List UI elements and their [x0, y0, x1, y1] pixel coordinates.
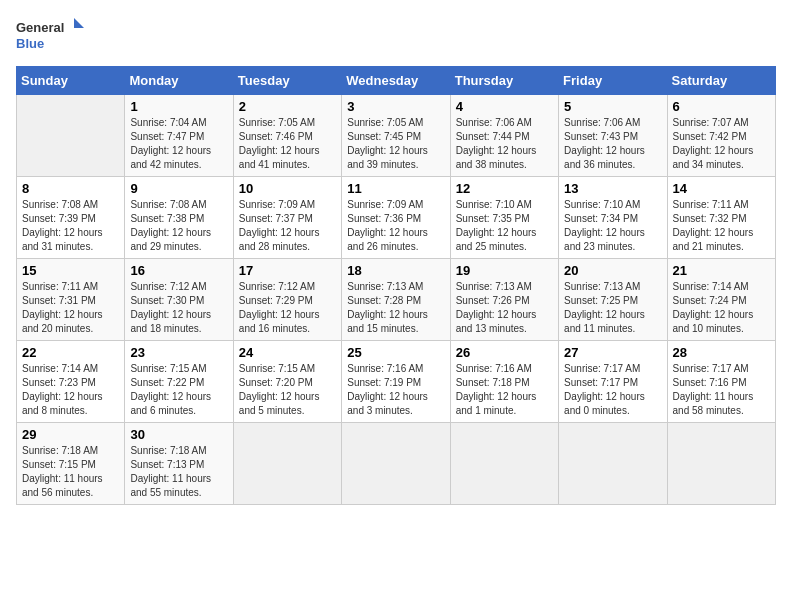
day-info: Sunrise: 7:04 AMSunset: 7:47 PMDaylight:…: [130, 117, 211, 170]
day-info: Sunrise: 7:18 AMSunset: 7:15 PMDaylight:…: [22, 445, 103, 498]
calendar-cell: 20 Sunrise: 7:13 AMSunset: 7:25 PMDaylig…: [559, 259, 667, 341]
day-info: Sunrise: 7:10 AMSunset: 7:34 PMDaylight:…: [564, 199, 645, 252]
day-info: Sunrise: 7:08 AMSunset: 7:39 PMDaylight:…: [22, 199, 103, 252]
calendar-cell: 22 Sunrise: 7:14 AMSunset: 7:23 PMDaylig…: [17, 341, 125, 423]
col-header-thursday: Thursday: [450, 67, 558, 95]
day-number: 11: [347, 181, 444, 196]
day-number: 23: [130, 345, 227, 360]
day-info: Sunrise: 7:07 AMSunset: 7:42 PMDaylight:…: [673, 117, 754, 170]
svg-text:Blue: Blue: [16, 36, 44, 51]
day-info: Sunrise: 7:13 AMSunset: 7:26 PMDaylight:…: [456, 281, 537, 334]
day-number: 15: [22, 263, 119, 278]
day-info: Sunrise: 7:11 AMSunset: 7:31 PMDaylight:…: [22, 281, 103, 334]
day-info: Sunrise: 7:16 AMSunset: 7:19 PMDaylight:…: [347, 363, 428, 416]
day-number: 30: [130, 427, 227, 442]
day-info: Sunrise: 7:16 AMSunset: 7:18 PMDaylight:…: [456, 363, 537, 416]
calendar-cell: [342, 423, 450, 505]
calendar-cell: 18 Sunrise: 7:13 AMSunset: 7:28 PMDaylig…: [342, 259, 450, 341]
week-row: 22 Sunrise: 7:14 AMSunset: 7:23 PMDaylig…: [17, 341, 776, 423]
col-header-tuesday: Tuesday: [233, 67, 341, 95]
day-info: Sunrise: 7:08 AMSunset: 7:38 PMDaylight:…: [130, 199, 211, 252]
day-number: 9: [130, 181, 227, 196]
day-info: Sunrise: 7:05 AMSunset: 7:46 PMDaylight:…: [239, 117, 320, 170]
day-number: 17: [239, 263, 336, 278]
day-number: 27: [564, 345, 661, 360]
day-info: Sunrise: 7:13 AMSunset: 7:28 PMDaylight:…: [347, 281, 428, 334]
col-header-friday: Friday: [559, 67, 667, 95]
day-number: 14: [673, 181, 770, 196]
calendar-cell: 25 Sunrise: 7:16 AMSunset: 7:19 PMDaylig…: [342, 341, 450, 423]
day-info: Sunrise: 7:10 AMSunset: 7:35 PMDaylight:…: [456, 199, 537, 252]
calendar-cell: [233, 423, 341, 505]
week-row: 15 Sunrise: 7:11 AMSunset: 7:31 PMDaylig…: [17, 259, 776, 341]
day-number: 13: [564, 181, 661, 196]
calendar-cell: 15 Sunrise: 7:11 AMSunset: 7:31 PMDaylig…: [17, 259, 125, 341]
day-info: Sunrise: 7:11 AMSunset: 7:32 PMDaylight:…: [673, 199, 754, 252]
col-header-wednesday: Wednesday: [342, 67, 450, 95]
day-number: 2: [239, 99, 336, 114]
day-number: 3: [347, 99, 444, 114]
logo: General Blue: [16, 16, 86, 56]
calendar-cell: 29 Sunrise: 7:18 AMSunset: 7:15 PMDaylig…: [17, 423, 125, 505]
calendar-cell: [667, 423, 775, 505]
day-info: Sunrise: 7:06 AMSunset: 7:44 PMDaylight:…: [456, 117, 537, 170]
calendar-cell: 8 Sunrise: 7:08 AMSunset: 7:39 PMDayligh…: [17, 177, 125, 259]
day-number: 26: [456, 345, 553, 360]
calendar-cell: 1 Sunrise: 7:04 AMSunset: 7:47 PMDayligh…: [125, 95, 233, 177]
day-info: Sunrise: 7:18 AMSunset: 7:13 PMDaylight:…: [130, 445, 211, 498]
day-number: 20: [564, 263, 661, 278]
day-number: 25: [347, 345, 444, 360]
logo-svg: General Blue: [16, 16, 86, 56]
calendar-cell: 6 Sunrise: 7:07 AMSunset: 7:42 PMDayligh…: [667, 95, 775, 177]
calendar-cell: [559, 423, 667, 505]
day-number: 18: [347, 263, 444, 278]
day-info: Sunrise: 7:15 AMSunset: 7:20 PMDaylight:…: [239, 363, 320, 416]
calendar-cell: 3 Sunrise: 7:05 AMSunset: 7:45 PMDayligh…: [342, 95, 450, 177]
calendar-cell: 12 Sunrise: 7:10 AMSunset: 7:35 PMDaylig…: [450, 177, 558, 259]
svg-marker-2: [74, 18, 84, 28]
day-number: 22: [22, 345, 119, 360]
calendar-cell: 30 Sunrise: 7:18 AMSunset: 7:13 PMDaylig…: [125, 423, 233, 505]
day-number: 1: [130, 99, 227, 114]
week-row: 8 Sunrise: 7:08 AMSunset: 7:39 PMDayligh…: [17, 177, 776, 259]
calendar-cell: 17 Sunrise: 7:12 AMSunset: 7:29 PMDaylig…: [233, 259, 341, 341]
calendar-cell: 9 Sunrise: 7:08 AMSunset: 7:38 PMDayligh…: [125, 177, 233, 259]
day-number: 6: [673, 99, 770, 114]
day-info: Sunrise: 7:09 AMSunset: 7:36 PMDaylight:…: [347, 199, 428, 252]
day-number: 10: [239, 181, 336, 196]
calendar-cell: 2 Sunrise: 7:05 AMSunset: 7:46 PMDayligh…: [233, 95, 341, 177]
day-number: 8: [22, 181, 119, 196]
day-info: Sunrise: 7:12 AMSunset: 7:29 PMDaylight:…: [239, 281, 320, 334]
week-row: 29 Sunrise: 7:18 AMSunset: 7:15 PMDaylig…: [17, 423, 776, 505]
calendar-cell: 24 Sunrise: 7:15 AMSunset: 7:20 PMDaylig…: [233, 341, 341, 423]
day-info: Sunrise: 7:14 AMSunset: 7:23 PMDaylight:…: [22, 363, 103, 416]
calendar-cell: 26 Sunrise: 7:16 AMSunset: 7:18 PMDaylig…: [450, 341, 558, 423]
day-info: Sunrise: 7:12 AMSunset: 7:30 PMDaylight:…: [130, 281, 211, 334]
calendar-cell: 11 Sunrise: 7:09 AMSunset: 7:36 PMDaylig…: [342, 177, 450, 259]
day-number: 29: [22, 427, 119, 442]
calendar-cell: 10 Sunrise: 7:09 AMSunset: 7:37 PMDaylig…: [233, 177, 341, 259]
day-info: Sunrise: 7:06 AMSunset: 7:43 PMDaylight:…: [564, 117, 645, 170]
day-number: 12: [456, 181, 553, 196]
day-info: Sunrise: 7:14 AMSunset: 7:24 PMDaylight:…: [673, 281, 754, 334]
calendar-cell: [450, 423, 558, 505]
day-info: Sunrise: 7:05 AMSunset: 7:45 PMDaylight:…: [347, 117, 428, 170]
calendar-cell: 16 Sunrise: 7:12 AMSunset: 7:30 PMDaylig…: [125, 259, 233, 341]
day-number: 4: [456, 99, 553, 114]
calendar-cell: 13 Sunrise: 7:10 AMSunset: 7:34 PMDaylig…: [559, 177, 667, 259]
calendar-cell: 5 Sunrise: 7:06 AMSunset: 7:43 PMDayligh…: [559, 95, 667, 177]
col-header-monday: Monday: [125, 67, 233, 95]
day-info: Sunrise: 7:17 AMSunset: 7:17 PMDaylight:…: [564, 363, 645, 416]
header: General Blue: [16, 16, 776, 56]
header-row: SundayMondayTuesdayWednesdayThursdayFrid…: [17, 67, 776, 95]
calendar-cell: 27 Sunrise: 7:17 AMSunset: 7:17 PMDaylig…: [559, 341, 667, 423]
calendar-cell: 21 Sunrise: 7:14 AMSunset: 7:24 PMDaylig…: [667, 259, 775, 341]
day-number: 19: [456, 263, 553, 278]
calendar-cell: 28 Sunrise: 7:17 AMSunset: 7:16 PMDaylig…: [667, 341, 775, 423]
calendar-cell: 4 Sunrise: 7:06 AMSunset: 7:44 PMDayligh…: [450, 95, 558, 177]
day-info: Sunrise: 7:15 AMSunset: 7:22 PMDaylight:…: [130, 363, 211, 416]
day-info: Sunrise: 7:17 AMSunset: 7:16 PMDaylight:…: [673, 363, 754, 416]
calendar-cell: [17, 95, 125, 177]
col-header-saturday: Saturday: [667, 67, 775, 95]
day-number: 28: [673, 345, 770, 360]
